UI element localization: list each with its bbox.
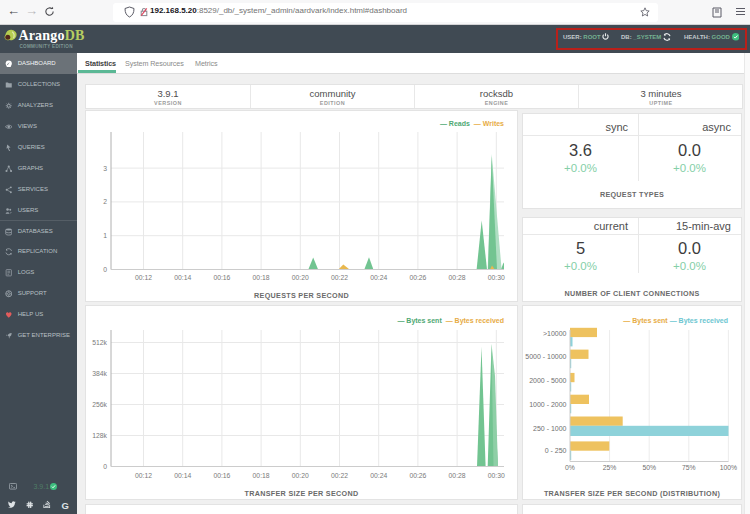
svg-text:00:28: 00:28 [449,472,466,479]
svg-text:00:26: 00:26 [409,274,426,281]
svg-text:00:14: 00:14 [174,274,191,281]
svg-text:128k: 128k [92,432,107,439]
svg-text:250 - 1000: 250 - 1000 [533,425,567,432]
svg-text:50%: 50% [642,464,656,471]
svg-text:00:30: 00:30 [488,472,505,479]
svg-text:2000 - 5000: 2000 - 5000 [529,377,566,384]
svg-text:5000 - 10000: 5000 - 10000 [525,353,566,360]
svg-text:0: 0 [103,266,107,273]
svg-text:00:14: 00:14 [174,472,191,479]
svg-text:512k: 512k [92,339,107,346]
svg-text:00:18: 00:18 [253,274,270,281]
svg-text:00:20: 00:20 [292,472,309,479]
svg-text:00:16: 00:16 [213,274,230,281]
svg-text:256k: 256k [92,401,107,408]
svg-text:1: 1 [103,232,107,239]
svg-text:00:26: 00:26 [409,472,426,479]
svg-text:00:22: 00:22 [331,274,348,281]
svg-text:0 - 250: 0 - 250 [545,447,567,454]
svg-text:00:24: 00:24 [370,472,387,479]
svg-text:2: 2 [103,198,107,205]
svg-text:75%: 75% [682,464,696,471]
svg-text:00:22: 00:22 [331,472,348,479]
svg-text:00:24: 00:24 [370,274,387,281]
svg-text:00:28: 00:28 [449,274,466,281]
svg-text:0%: 0% [565,464,575,471]
svg-text:00:18: 00:18 [253,472,270,479]
svg-text:00:16: 00:16 [213,472,230,479]
svg-text:00:12: 00:12 [135,274,152,281]
svg-text:>10000: >10000 [543,330,567,337]
svg-text:00:20: 00:20 [292,274,309,281]
svg-text:384k: 384k [92,370,107,377]
svg-text:25%: 25% [603,464,617,471]
svg-text:00:30: 00:30 [488,274,505,281]
svg-text:100%: 100% [720,464,737,471]
svg-text:1000 - 2000: 1000 - 2000 [529,401,566,408]
svg-text:3: 3 [103,165,107,172]
svg-text:00:12: 00:12 [135,472,152,479]
svg-text:0: 0 [103,463,107,470]
